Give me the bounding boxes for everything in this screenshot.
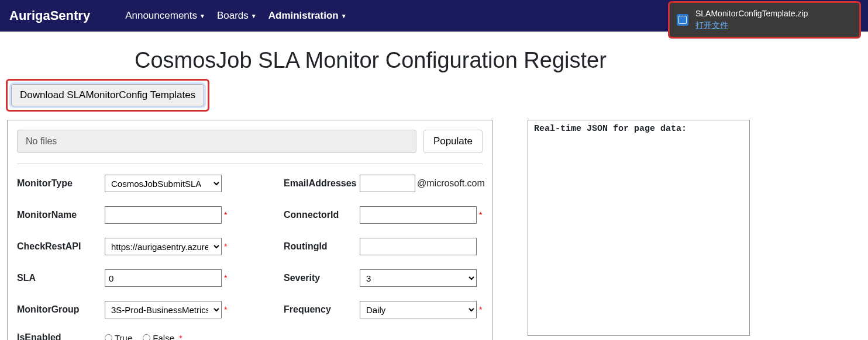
label-severity: Severity [284, 273, 360, 283]
page-title: CosmosJob SLA Monitor Configuration Regi… [135, 48, 868, 73]
radio-false-input[interactable] [143, 334, 150, 341]
label-sla: SLA [17, 273, 105, 283]
required-marker: * [222, 242, 228, 251]
required-marker: * [222, 210, 228, 220]
severity-select[interactable]: 3 [360, 269, 477, 287]
frequency-select[interactable]: Daily [360, 301, 477, 318]
connector-id-input[interactable] [360, 206, 477, 224]
file-dropzone[interactable]: No files [17, 130, 416, 153]
nav-label: Administration [268, 10, 339, 22]
monitor-name-input[interactable] [105, 206, 222, 224]
download-templates-button[interactable]: Download SLAMonitorConfig Templates [11, 84, 204, 106]
label-routing-id: RoutingId [284, 241, 360, 252]
divider [17, 164, 483, 164]
radio-false-label: False [153, 333, 174, 341]
brand[interactable]: AurigaSentry [9, 8, 90, 23]
download-button-highlight: Download SLAMonitorConfig Templates [6, 79, 209, 112]
monitor-group-select[interactable]: 3S-Prod-BusinessMetrics [105, 301, 222, 318]
nav-administration[interactable]: Administration ▼ [268, 10, 347, 22]
populate-button[interactable]: Populate [423, 130, 483, 153]
open-file-link[interactable]: 打开文件 [695, 20, 728, 30]
nav-label: Boards [217, 10, 249, 22]
chevron-down-icon: ▼ [199, 13, 205, 19]
form-panel: No files Populate MonitorType CosmosJobS… [7, 120, 492, 340]
required-marker: * [477, 210, 483, 220]
radio-true-input[interactable] [105, 334, 112, 341]
json-preview-panel: Real-time JSON for page data: [528, 120, 750, 336]
label-monitor-group: MonitorGroup [17, 304, 105, 315]
download-toast[interactable]: SLAMonitorConfigTemplate.zip 打开文件 [668, 1, 861, 39]
required-marker: * [179, 333, 182, 341]
nav-announcements[interactable]: Announcements ▼ [125, 10, 205, 22]
zip-file-icon [677, 14, 688, 26]
nav-label: Announcements [125, 10, 197, 22]
label-monitor-name: MonitorName [17, 210, 105, 220]
label-is-enabled: IsEnabled [17, 332, 105, 340]
label-monitor-type: MonitorType [17, 178, 105, 189]
radio-false[interactable]: False* [143, 333, 182, 341]
check-rest-api-select[interactable]: https://aurigasentry.azure [105, 238, 222, 255]
json-heading: Real-time JSON for page data: [534, 124, 743, 134]
email-suffix: @microsoft.com [415, 178, 485, 189]
radio-true[interactable]: True [105, 333, 132, 341]
email-input[interactable] [360, 175, 415, 192]
chevron-down-icon: ▼ [341, 13, 347, 19]
nav-boards[interactable]: Boards ▼ [217, 10, 257, 22]
sla-input[interactable] [105, 269, 222, 287]
required-marker: * [222, 273, 228, 283]
required-marker: * [477, 305, 483, 314]
label-email: EmailAddresses [284, 178, 360, 189]
label-check-rest-api: CheckRestAPI [17, 241, 105, 252]
toast-filename: SLAMonitorConfigTemplate.zip [695, 8, 808, 20]
radio-true-label: True [115, 333, 132, 341]
monitor-type-select[interactable]: CosmosJobSubmitSLA [105, 175, 222, 192]
routing-id-input[interactable] [360, 238, 477, 255]
required-marker: * [222, 305, 228, 314]
label-connector-id: ConnectorId [284, 210, 360, 220]
label-frequency: Frequency [284, 304, 360, 315]
chevron-down-icon: ▼ [251, 13, 257, 19]
